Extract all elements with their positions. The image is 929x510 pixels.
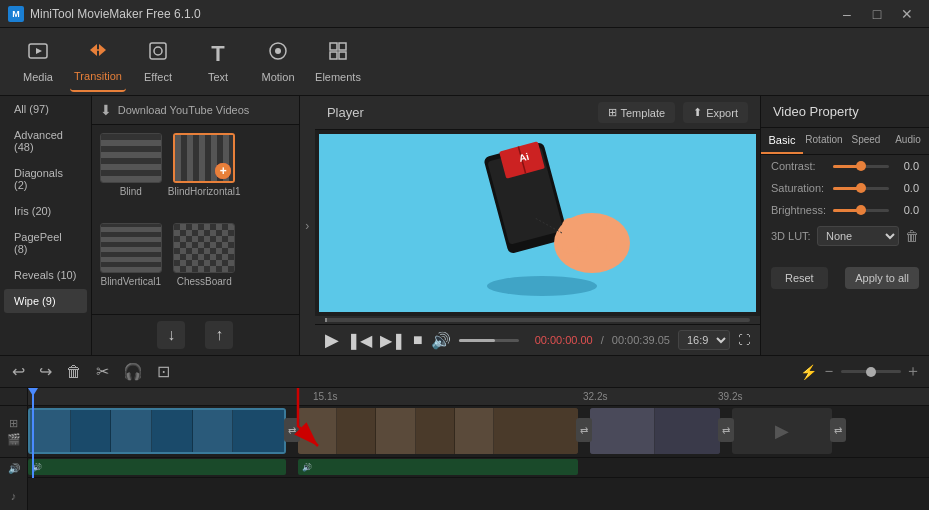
- contrast-slider[interactable]: [833, 165, 889, 168]
- audio-button[interactable]: 🎧: [119, 360, 147, 383]
- tool-motion[interactable]: Motion: [250, 32, 306, 92]
- title-bar-controls: – □ ✕: [833, 0, 921, 28]
- stop-button[interactable]: ■: [413, 331, 423, 349]
- filter-diagonals[interactable]: Diagonals (2): [4, 161, 87, 197]
- track-side-controls: ⊞ 🎬 🔊 ♪: [0, 388, 28, 510]
- progress-bar[interactable]: [325, 318, 750, 322]
- property-tabs: Basic Rotation Speed Audio: [761, 128, 929, 155]
- delete-button[interactable]: 🗑: [62, 361, 86, 383]
- filter-advanced[interactable]: Advanced (48): [4, 123, 87, 159]
- svg-rect-3: [150, 43, 166, 59]
- audio-clip-1[interactable]: 🔊: [28, 459, 286, 475]
- svg-point-6: [275, 48, 281, 54]
- aspect-ratio-select[interactable]: 16:99:164:31:1: [678, 330, 730, 350]
- tab-basic[interactable]: Basic: [761, 128, 803, 154]
- audio-track-controls: 🔊: [0, 458, 27, 478]
- effect-icon: [147, 40, 169, 67]
- redo-button[interactable]: ↪: [35, 360, 56, 383]
- music-track-controls: ♪: [0, 482, 27, 510]
- track-content-area: 15.1s 32.2s 39.2s: [28, 388, 929, 510]
- saturation-slider[interactable]: [833, 187, 889, 190]
- tool-effect[interactable]: Effect: [130, 32, 186, 92]
- export-button[interactable]: ⬆ Export: [683, 102, 748, 123]
- time-total: 00:00:39.05: [612, 334, 670, 346]
- transition-chessboard[interactable]: ChessBoard: [168, 223, 241, 307]
- thumb-1: [30, 410, 71, 452]
- transition-blind-thumb[interactable]: [100, 133, 162, 183]
- apply-all-button[interactable]: Apply to all: [845, 267, 919, 289]
- saturation-value: 0.0: [895, 182, 919, 194]
- chess-pattern: [174, 224, 234, 272]
- audio-icon-1: 🔊: [32, 463, 42, 472]
- contrast-row: Contrast: 0.0: [761, 155, 929, 177]
- filter-pagepeel[interactable]: PagePeel (8): [4, 225, 87, 261]
- saturation-row: Saturation: 0.0: [761, 177, 929, 199]
- audio-clip-2[interactable]: 🔊: [298, 459, 578, 475]
- zoom-in-button[interactable]: ＋: [905, 361, 921, 382]
- play-button[interactable]: ▶: [325, 329, 339, 351]
- download-bar[interactable]: ⬇ Download YouTube Videos: [92, 96, 299, 125]
- timeline-toolbar: ↩ ↪ 🗑 ✂ 🎧 ⊡ ⚡ － ＋: [0, 356, 929, 388]
- transition-blind[interactable]: Blind: [100, 133, 162, 217]
- transition-clip-4-5[interactable]: ⇄: [830, 418, 846, 442]
- arrow-up-button[interactable]: ↑: [205, 321, 233, 349]
- video-property-panel: Video Property Basic Rotation Speed Audi…: [760, 96, 929, 355]
- transition-chessboard-thumb[interactable]: [173, 223, 235, 273]
- video-track-add-icon[interactable]: ⊞: [9, 417, 18, 430]
- transition-clip-2-3[interactable]: ⇄: [576, 418, 592, 442]
- svg-rect-10: [339, 52, 346, 59]
- transition-clip-3-4[interactable]: ⇄: [718, 418, 734, 442]
- thumb-6: [233, 410, 284, 452]
- cut-button[interactable]: ✂: [92, 360, 113, 383]
- tool-elements[interactable]: Elements: [310, 32, 366, 92]
- lut-delete-button[interactable]: 🗑: [905, 228, 919, 244]
- transition-blind-label: Blind: [120, 186, 142, 197]
- crop-button[interactable]: ⊡: [153, 360, 174, 383]
- tab-audio[interactable]: Audio: [887, 128, 929, 154]
- tool-motion-label: Motion: [261, 71, 294, 83]
- audio-icon-2: 🔊: [302, 463, 312, 472]
- filter-iris[interactable]: Iris (20): [4, 199, 87, 223]
- lut-label: 3D LUT:: [771, 230, 811, 242]
- zoom-slider[interactable]: [841, 370, 901, 373]
- tab-rotation[interactable]: Rotation: [803, 128, 845, 154]
- ruler-mark-2: 32.2s: [583, 391, 607, 402]
- volume-icon[interactable]: 🔊: [431, 331, 451, 350]
- video-clip-1[interactable]: [28, 408, 286, 454]
- video-clip-3[interactable]: [590, 408, 720, 454]
- arrow-down-button[interactable]: ↓: [157, 321, 185, 349]
- transition-blindvertical1[interactable]: BlindVertical1: [100, 223, 162, 307]
- tool-text[interactable]: T Text: [190, 32, 246, 92]
- transition-clip-1-2[interactable]: ⇄: [284, 418, 300, 442]
- reset-button[interactable]: Reset: [771, 267, 828, 289]
- filter-wipe[interactable]: Wipe (9): [4, 289, 87, 313]
- ruler-mark-3: 39.2s: [718, 391, 742, 402]
- time-separator: /: [601, 334, 604, 346]
- next-button[interactable]: ▶❚: [380, 331, 405, 350]
- collapse-panel-button[interactable]: ›: [300, 96, 315, 355]
- undo-button[interactable]: ↩: [8, 360, 29, 383]
- maximize-button[interactable]: □: [863, 0, 891, 28]
- lut-select[interactable]: None: [817, 226, 899, 246]
- transition-blindhorizontal1-thumb[interactable]: +: [173, 133, 235, 183]
- svg-rect-8: [339, 43, 346, 50]
- video-property-title: Video Property: [761, 96, 929, 128]
- app-title: MiniTool MovieMaker Free 6.1.0: [30, 7, 201, 21]
- minimize-button[interactable]: –: [833, 0, 861, 28]
- brightness-slider[interactable]: [833, 209, 889, 212]
- fullscreen-button[interactable]: ⛶: [738, 333, 750, 347]
- transition-blindvertical1-thumb[interactable]: [100, 223, 162, 273]
- tool-media[interactable]: Media: [10, 32, 66, 92]
- filter-reveals[interactable]: Reveals (10): [4, 263, 87, 287]
- video-clip-4[interactable]: ▶: [732, 408, 832, 454]
- tool-transition[interactable]: Transition: [70, 32, 126, 92]
- zoom-out-button[interactable]: －: [821, 361, 837, 382]
- volume-slider[interactable]: [459, 339, 519, 342]
- tab-speed[interactable]: Speed: [845, 128, 887, 154]
- filter-all[interactable]: All (97): [4, 97, 87, 121]
- close-button[interactable]: ✕: [893, 0, 921, 28]
- video-clip-2[interactable]: [298, 408, 578, 454]
- prev-button[interactable]: ❚◀: [347, 331, 372, 350]
- template-button[interactable]: ⊞ Template: [598, 102, 676, 123]
- transition-blindhorizontal1[interactable]: + BlindHorizontal1: [168, 133, 241, 217]
